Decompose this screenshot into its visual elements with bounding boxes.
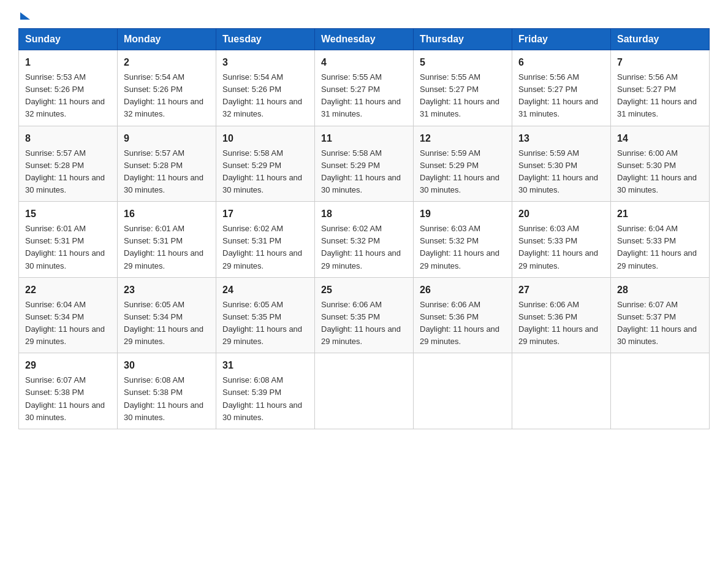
day-number: 24 [222,283,308,297]
calendar-day-13: 13Sunrise: 5:59 AMSunset: 5:30 PMDayligh… [512,126,611,202]
day-info: Sunrise: 6:06 AMSunset: 5:36 PMDaylight:… [518,300,598,346]
day-info: Sunrise: 5:54 AMSunset: 5:26 PMDaylight:… [222,72,302,118]
day-number: 28 [617,283,703,297]
day-number: 9 [124,131,210,146]
calendar-day-8: 8Sunrise: 5:57 AMSunset: 5:28 PMDaylight… [19,126,118,202]
day-number: 6 [518,55,604,70]
day-info: Sunrise: 5:57 AMSunset: 5:28 PMDaylight:… [25,148,105,194]
day-info: Sunrise: 6:00 AMSunset: 5:30 PMDaylight:… [617,148,697,194]
calendar-day-20: 20Sunrise: 6:03 AMSunset: 5:33 PMDayligh… [512,202,611,278]
day-number: 21 [617,207,703,221]
weekday-saturday: Saturday [611,29,710,50]
logo-arrow-icon [20,12,30,20]
weekday-wednesday: Wednesday [315,29,414,50]
day-info: Sunrise: 6:03 AMSunset: 5:33 PMDaylight:… [518,224,598,270]
calendar-empty [512,353,611,429]
day-number: 23 [124,283,210,297]
logo [18,12,30,22]
day-info: Sunrise: 6:03 AMSunset: 5:32 PMDaylight:… [420,224,499,270]
day-number: 7 [617,55,703,70]
calendar-day-27: 27Sunrise: 6:06 AMSunset: 5:36 PMDayligh… [512,277,611,353]
day-info: Sunrise: 6:07 AMSunset: 5:38 PMDaylight:… [25,375,105,421]
weekday-sunday: Sunday [19,29,118,50]
day-info: Sunrise: 5:56 AMSunset: 5:27 PMDaylight:… [518,72,598,118]
day-number: 30 [124,358,210,373]
calendar-week-1: 1Sunrise: 5:53 AMSunset: 5:26 PMDaylight… [19,50,710,126]
calendar-day-19: 19Sunrise: 6:03 AMSunset: 5:32 PMDayligh… [414,202,512,278]
calendar-day-14: 14Sunrise: 6:00 AMSunset: 5:30 PMDayligh… [611,126,710,202]
weekday-monday: Monday [118,29,216,50]
day-number: 16 [124,207,210,221]
calendar-day-22: 22Sunrise: 6:04 AMSunset: 5:34 PMDayligh… [19,277,118,353]
day-number: 22 [25,283,111,297]
calendar-week-4: 22Sunrise: 6:04 AMSunset: 5:34 PMDayligh… [19,277,710,353]
day-number: 19 [420,207,506,221]
day-number: 2 [124,55,210,70]
day-number: 4 [321,55,407,70]
day-number: 1 [25,55,111,70]
weekday-thursday: Thursday [414,29,512,50]
day-number: 18 [321,207,407,221]
day-number: 17 [222,207,308,221]
calendar-day-28: 28Sunrise: 6:07 AMSunset: 5:37 PMDayligh… [611,277,710,353]
day-info: Sunrise: 6:05 AMSunset: 5:35 PMDaylight:… [222,300,302,346]
calendar-day-2: 2Sunrise: 5:54 AMSunset: 5:26 PMDaylight… [118,50,216,126]
calendar-day-23: 23Sunrise: 6:05 AMSunset: 5:34 PMDayligh… [118,277,216,353]
day-info: Sunrise: 6:02 AMSunset: 5:32 PMDaylight:… [321,224,401,270]
day-info: Sunrise: 5:59 AMSunset: 5:30 PMDaylight:… [518,148,598,194]
calendar-day-24: 24Sunrise: 6:05 AMSunset: 5:35 PMDayligh… [216,277,315,353]
day-info: Sunrise: 6:04 AMSunset: 5:33 PMDaylight:… [617,224,697,270]
day-info: Sunrise: 6:07 AMSunset: 5:37 PMDaylight:… [617,300,697,346]
day-number: 20 [518,207,604,221]
day-info: Sunrise: 6:08 AMSunset: 5:38 PMDaylight:… [124,375,203,421]
day-info: Sunrise: 5:57 AMSunset: 5:28 PMDaylight:… [124,148,203,194]
calendar-day-5: 5Sunrise: 5:55 AMSunset: 5:27 PMDaylight… [414,50,512,126]
calendar-day-31: 31Sunrise: 6:08 AMSunset: 5:39 PMDayligh… [216,353,315,429]
calendar-day-7: 7Sunrise: 5:56 AMSunset: 5:27 PMDaylight… [611,50,710,126]
calendar-day-25: 25Sunrise: 6:06 AMSunset: 5:35 PMDayligh… [315,277,414,353]
day-info: Sunrise: 5:58 AMSunset: 5:29 PMDaylight:… [321,148,401,194]
calendar-day-18: 18Sunrise: 6:02 AMSunset: 5:32 PMDayligh… [315,202,414,278]
day-info: Sunrise: 6:02 AMSunset: 5:31 PMDaylight:… [222,224,302,270]
calendar-day-6: 6Sunrise: 5:56 AMSunset: 5:27 PMDaylight… [512,50,611,126]
calendar-day-21: 21Sunrise: 6:04 AMSunset: 5:33 PMDayligh… [611,202,710,278]
day-info: Sunrise: 6:06 AMSunset: 5:36 PMDaylight:… [420,300,499,346]
day-info: Sunrise: 5:55 AMSunset: 5:27 PMDaylight:… [420,72,499,118]
calendar-day-11: 11Sunrise: 5:58 AMSunset: 5:29 PMDayligh… [315,126,414,202]
day-number: 12 [420,131,506,146]
day-number: 14 [617,131,703,146]
day-number: 25 [321,283,407,297]
calendar-day-1: 1Sunrise: 5:53 AMSunset: 5:26 PMDaylight… [19,50,118,126]
day-number: 26 [420,283,506,297]
day-number: 10 [222,131,308,146]
calendar-empty [611,353,710,429]
day-number: 3 [222,55,308,70]
calendar-day-12: 12Sunrise: 5:59 AMSunset: 5:29 PMDayligh… [414,126,512,202]
calendar-day-4: 4Sunrise: 5:55 AMSunset: 5:27 PMDaylight… [315,50,414,126]
day-number: 27 [518,283,604,297]
weekday-header-row: SundayMondayTuesdayWednesdayThursdayFrid… [19,29,710,50]
calendar-empty [414,353,512,429]
day-info: Sunrise: 6:08 AMSunset: 5:39 PMDaylight:… [222,375,302,421]
calendar-week-3: 15Sunrise: 6:01 AMSunset: 5:31 PMDayligh… [19,202,710,278]
day-info: Sunrise: 6:01 AMSunset: 5:31 PMDaylight:… [25,224,105,270]
day-number: 13 [518,131,604,146]
day-info: Sunrise: 5:56 AMSunset: 5:27 PMDaylight:… [617,72,697,118]
calendar-day-10: 10Sunrise: 5:58 AMSunset: 5:29 PMDayligh… [216,126,315,202]
calendar-empty [315,353,414,429]
day-info: Sunrise: 5:54 AMSunset: 5:26 PMDaylight:… [124,72,203,118]
calendar-week-2: 8Sunrise: 5:57 AMSunset: 5:28 PMDaylight… [19,126,710,202]
day-number: 8 [25,131,111,146]
calendar-day-15: 15Sunrise: 6:01 AMSunset: 5:31 PMDayligh… [19,202,118,278]
calendar-day-30: 30Sunrise: 6:08 AMSunset: 5:38 PMDayligh… [118,353,216,429]
calendar-day-26: 26Sunrise: 6:06 AMSunset: 5:36 PMDayligh… [414,277,512,353]
calendar-day-17: 17Sunrise: 6:02 AMSunset: 5:31 PMDayligh… [216,202,315,278]
weekday-friday: Friday [512,29,611,50]
calendar-day-16: 16Sunrise: 6:01 AMSunset: 5:31 PMDayligh… [118,202,216,278]
day-number: 5 [420,55,506,70]
day-info: Sunrise: 6:04 AMSunset: 5:34 PMDaylight:… [25,300,105,346]
day-info: Sunrise: 5:59 AMSunset: 5:29 PMDaylight:… [420,148,499,194]
calendar-day-9: 9Sunrise: 5:57 AMSunset: 5:28 PMDaylight… [118,126,216,202]
calendar-week-5: 29Sunrise: 6:07 AMSunset: 5:38 PMDayligh… [19,353,710,429]
day-info: Sunrise: 6:06 AMSunset: 5:35 PMDaylight:… [321,300,401,346]
